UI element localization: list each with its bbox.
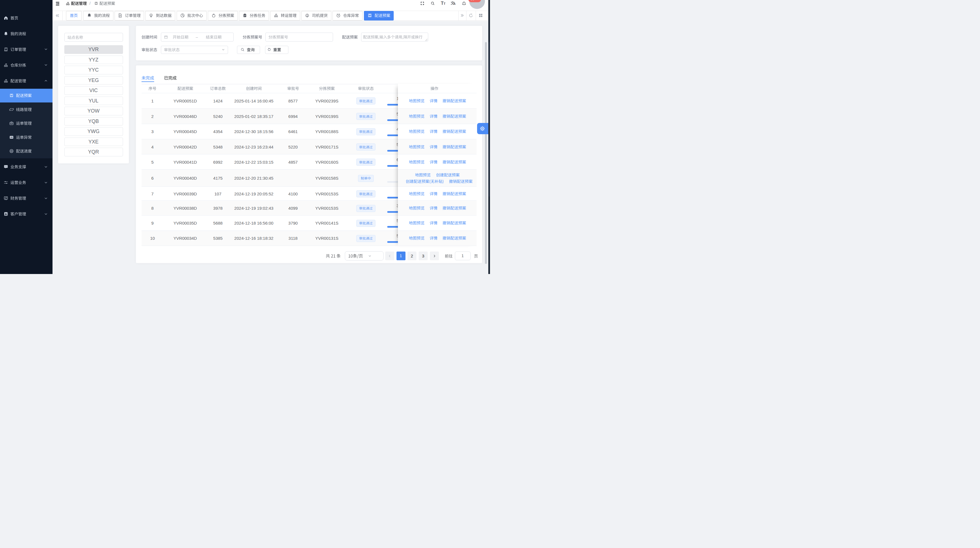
svg-text:AD: AD <box>10 137 13 138</box>
